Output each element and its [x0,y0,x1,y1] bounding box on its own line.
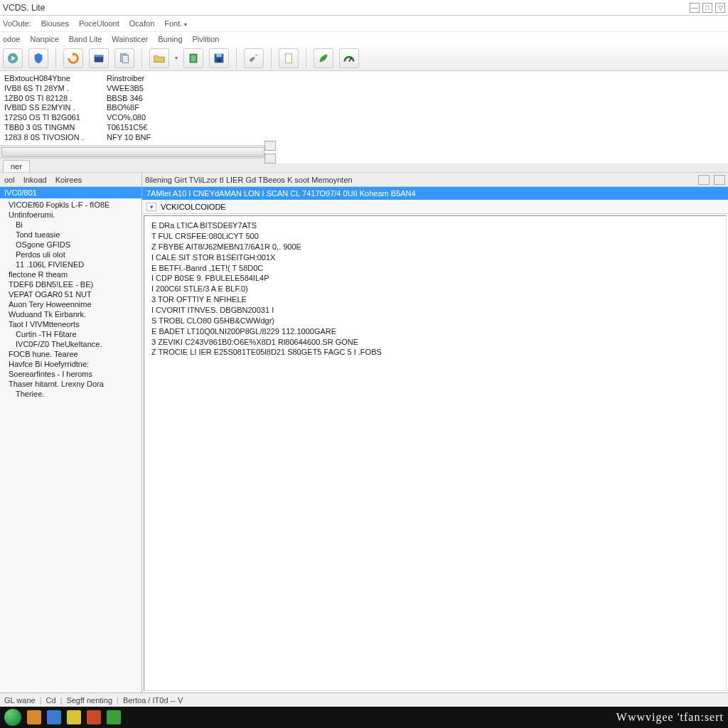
taskbar-app-icon[interactable] [87,710,101,724]
right-panel: 8ilening Girt TViiLzor tI LIER Gd TBeeos… [142,173,728,692]
dropdown-arrow-icon[interactable]: ▾ [175,55,178,61]
menu-item[interactable]: VoOute: [3,19,31,28]
left-tab[interactable]: Inkoad [23,176,47,184]
tree-item[interactable]: Untinfoerumi. [0,210,141,220]
docs-icon[interactable] [114,48,134,68]
start-button[interactable] [4,709,21,726]
tree-item[interactable]: Thaser hitarnt. Lrexny Dora [0,379,141,389]
right-tabs-text[interactable]: 8ilening Girt TViiLzor tI LIER Gd TBeeos… [145,176,353,184]
menubar-primary: VoOute: Biouses PoceUloont Ocafon Font. [0,16,728,31]
taskbar-app-icon[interactable] [107,710,121,724]
tree-item[interactable]: Wuduand Tk Eirbanrk. [0,309,141,319]
tree-item[interactable]: Havfce Bi Hoefyrridtne: [0,359,141,369]
tree-item[interactable]: Perdos uli olot [0,250,141,259]
scroll-button[interactable] [264,141,276,151]
page-icon[interactable] [279,48,299,68]
code-line: E BADET LT10Q0LNI200P8GL/8229 112.1000GA… [151,326,719,337]
info-header: EBxtoucH084Ybne [4,74,97,84]
svg-rect-10 [216,53,221,57]
wrench-icon[interactable] [244,48,264,68]
tree-item[interactable]: OSgone GFIDS [0,240,141,250]
main-splitter: ool Inkoad Koirees IVC0/801 VICOEf60 Fop… [0,173,728,692]
status-item: GL wane [4,696,36,705]
tree-item[interactable]: Tond tueasie [0,230,141,240]
box-blue-icon[interactable] [89,48,109,68]
taskbar-app-icon[interactable] [47,710,61,724]
svg-point-11 [217,58,220,62]
tree-item[interactable]: Soerearfintes - I heroms [0,369,141,379]
menu-item[interactable]: Biouses [41,19,69,28]
watermark-text: Wwwvigee 'tfan:sert [616,711,724,724]
left-selected-item[interactable]: IVC0/801 [0,187,141,198]
info-cell: 1283 8 0S TIVOSION . [4,133,97,143]
menu-item[interactable]: Band Lite [69,35,102,43]
right-panel-tabs: 8ilening Girt TViiLzor tI LIER Gd TBeeos… [142,173,728,187]
menu-item[interactable]: odoe [3,35,20,43]
left-tab[interactable]: Koirees [55,176,82,184]
taskbar-app-icon[interactable] [67,710,81,724]
panel-close-button[interactable] [714,175,725,185]
titlebar: VCDS. Lite — □ ▽ [0,0,728,16]
code-line: 3 TOR OFTTIY E NFIHELE [151,294,719,305]
taskbar-app-icon[interactable] [27,710,41,724]
tree-view[interactable]: VICOEf60 Fopkls L-F - fIO8EUntinfoerumi.… [0,198,141,692]
menu-item[interactable]: Pivlition [193,35,220,43]
info-cell: TBB0 3 0S TINGMN [4,123,97,133]
tree-item[interactable]: Taot I VIVMtteneorts [0,319,141,329]
menu-item[interactable]: PoceUloont [79,19,119,28]
horizontal-scrollbar[interactable] [0,146,728,159]
combo-value[interactable]: VCKICOLCOIODE [161,203,226,211]
menu-item[interactable]: Nanpice [30,35,58,43]
code-line: Z FBYBE AIT8/J62MEBN17/6A1R 0,. 900E [151,242,719,252]
menu-item[interactable]: Wainsticer [112,35,148,43]
statusbar: GL wane| Cd| Segff nenting| Bertoa / IT0… [0,692,728,707]
restore-button[interactable]: ▽ [715,3,725,13]
menu-item-font[interactable]: Font. [164,19,186,28]
gauge-icon[interactable] [339,48,359,68]
tab-ner[interactable]: ner [3,160,30,172]
scrollbar-thumb[interactable] [1,147,264,157]
shield-icon[interactable] [28,48,48,68]
right-selected-item[interactable]: 7AMlet A10 I CNEYdAMAN LON I SCAN CL 741… [142,187,728,200]
menubar-secondary: odoe Nanpice Band Lite Wainsticer Buning… [0,31,728,46]
tree-item[interactable]: Theriee. [0,389,141,399]
menu-item[interactable]: Buning [158,35,182,43]
disk-blue-icon[interactable] [209,48,229,68]
tree-item[interactable]: flectone R theam [0,269,141,279]
left-tab[interactable]: ool [4,176,15,184]
globe-play-icon[interactable] [3,48,23,68]
info-panel: EBxtoucH084YbneRinstroiber IVB8 6S TI 28… [0,71,728,146]
folder-open-icon[interactable] [149,48,169,68]
chevron-down-icon[interactable]: ▾ [146,203,156,211]
code-line: 3 ZEVIKI C243V861B0:O6E%X8D1 Rl80644600.… [151,337,719,348]
svg-rect-4 [95,55,104,57]
tree-item[interactable]: Curtin -TH F6tare [0,329,141,339]
tree-item[interactable]: VEPAT OGAR0 51 NUT [0,289,141,299]
panel-button[interactable] [698,175,710,185]
info-cell: VWEE3B5 [107,84,144,94]
tree-item[interactable]: Auon Tery Howeennime [0,299,141,309]
maximize-button[interactable]: □ [702,3,712,13]
tree-item[interactable]: VICOEf60 Fopkls L-F - fIO8E [0,200,141,210]
code-view[interactable]: E DRa LTICA BITSDE6Y7ATST FUL CRSFEE:080… [144,215,727,691]
status-item: Cd [46,696,55,705]
tree-item[interactable]: 11 .106L FIVIENED [0,259,141,269]
tree-item[interactable]: IVC0F/Z0 TheUkeItance. [0,339,141,349]
menu-item[interactable]: Ocafon [129,19,154,28]
taskbar: Wwwvigee 'tfan:sert [0,707,728,728]
tree-item[interactable]: TDEF6 DBN5!LEE - BE) [0,279,141,289]
code-line: Z TROCIE LI IER E25S081TE05l8D21 S80GET5… [151,347,719,358]
scroll-button[interactable] [264,154,276,164]
info-cell: 1ZB0 0S TI 82128 . [4,94,97,104]
leaf-green-icon[interactable] [314,48,333,68]
tree-item[interactable]: Bi [0,220,141,230]
minimize-button[interactable]: — [690,3,700,13]
refresh-orange-icon[interactable] [63,48,83,68]
code-line: T FUL CRSFEE:080LiCYT 500 [151,231,719,242]
code-line: I CALE SIT STOR B1SEITGH:001X [151,252,719,263]
tree-item[interactable]: FOCB hune. Tearee [0,349,141,359]
combo-row: ▾ VCKICOLCOIODE [142,200,728,214]
app-title: VCDS. Lite [3,3,45,13]
book-green-icon[interactable] [183,48,203,68]
svg-line-13 [349,58,352,61]
